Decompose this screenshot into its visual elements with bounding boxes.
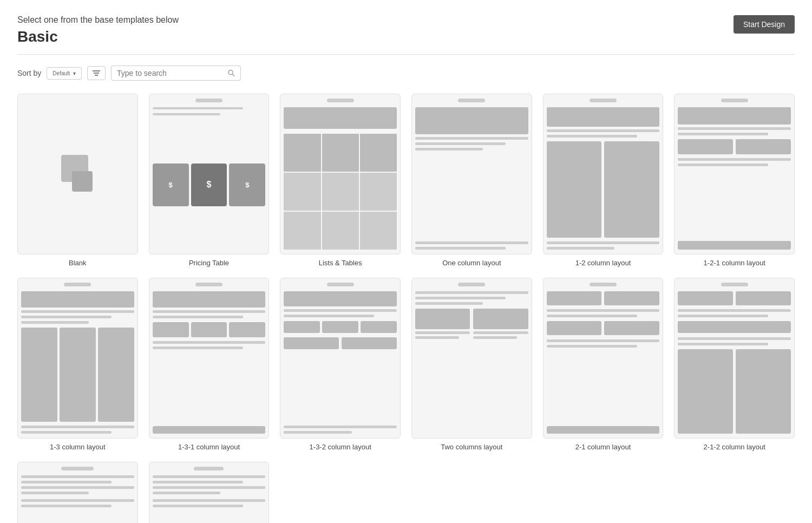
template-label-1-2-1-column: 1-2-1 column layout [704,259,765,267]
page-subtitle: Select one from the base templates below [17,15,179,25]
template-card-blank [17,94,138,254]
template-item-pricing-table[interactable]: $ $ $ Pricing Table [149,94,270,267]
template-card-1-3-2-column [280,278,401,439]
template-item-1-2-column[interactable]: 1-2 column layout [543,94,664,267]
search-icon [228,69,235,77]
template-card-1-3-1-column [149,278,270,439]
template-item-extra2[interactable] [149,462,270,523]
template-item-2-1-column[interactable]: 2-1 column layout [543,278,664,451]
template-item-lists-tables[interactable]: Lists & Tables [280,94,401,267]
template-item-extra1[interactable] [17,462,138,523]
template-label-2-1-column: 2-1 column layout [575,443,631,451]
start-design-button[interactable]: Start Design [734,15,795,34]
template-label-1-3-1-column: 1-3-1 column layout [178,443,240,451]
template-card-two-columns [411,278,532,439]
search-input[interactable] [117,69,225,77]
template-label-1-2-column: 1-2 column layout [575,259,631,267]
template-item-two-columns[interactable]: Two columns layout [411,278,532,451]
template-item-1-3-column[interactable]: 1-3 column layout [17,278,138,451]
sort-value: Default [53,70,70,76]
template-item-1-2-1-column[interactable]: 1-2-1 column layout [674,94,795,267]
template-label-lists-tables: Lists & Tables [319,259,362,267]
template-card-pricing-table: $ $ $ [149,94,270,254]
templates-grid-row3 [17,462,795,523]
template-item-blank[interactable]: Blank [17,94,138,267]
templates-grid-row2: 1-3 column layout 1-3-1 column layout [17,278,795,451]
section-divider [17,54,795,55]
template-item-1-3-1-column[interactable]: 1-3-1 column layout [149,278,270,451]
svg-line-4 [232,74,234,76]
sort-dropdown[interactable]: Default ▾ [47,67,82,80]
toolbar: Sort by Default ▾ [17,66,795,81]
template-item-1-3-2-column[interactable]: 1-3-2 column layout [280,278,401,451]
template-label-1-3-2-column: 1-3-2 column layout [310,443,371,451]
template-card-extra1 [17,462,138,523]
template-card-extra2 [149,462,270,523]
template-card-2-1-column [543,278,664,439]
template-card-1-3-column [17,278,138,439]
filter-icon-button[interactable] [87,66,106,80]
template-label-one-column: One column layout [442,259,501,267]
template-item-one-column[interactable]: One column layout [411,94,532,267]
template-card-2-1-2-column [674,278,795,439]
template-label-pricing-table: Pricing Table [189,259,229,267]
template-card-one-column [411,94,532,254]
template-card-1-2-column [543,94,664,254]
filter-icon [92,69,101,77]
template-label-blank: Blank [69,259,87,267]
page-title: Basic [17,28,179,45]
template-label-2-1-2-column: 2-1-2 column layout [704,443,765,451]
template-label-two-columns: Two columns layout [441,443,502,451]
template-label-1-3-column: 1-3 column layout [50,443,106,451]
search-box[interactable] [111,66,241,81]
sort-label: Sort by [17,69,41,77]
chevron-down-icon: ▾ [73,70,76,76]
template-card-lists-tables [280,94,401,254]
templates-grid-row1: Blank $ $ $ Pricing Table [17,94,795,267]
template-item-2-1-2-column[interactable]: 2-1-2 column layout [674,278,795,451]
template-card-1-2-1-column [674,94,795,254]
